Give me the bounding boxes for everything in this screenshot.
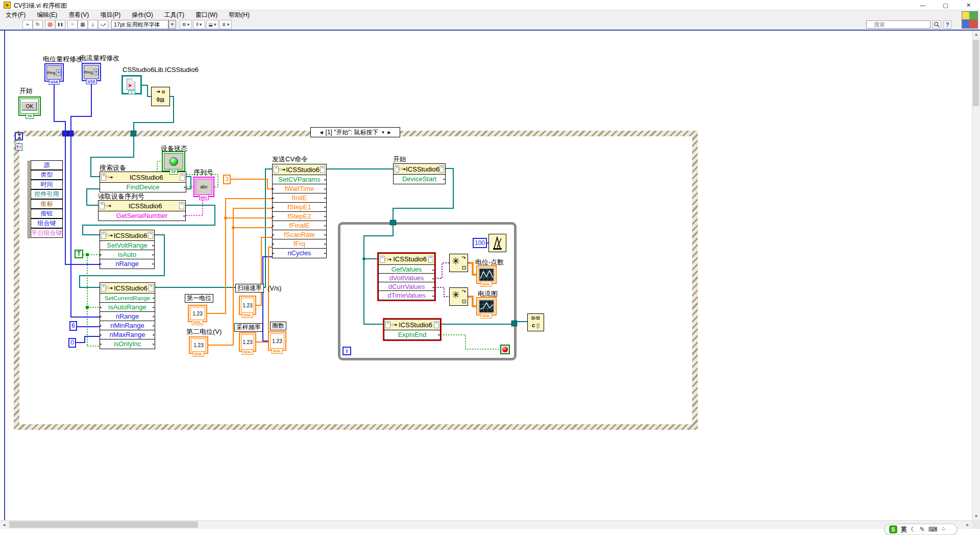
vertical-scroll-thumb[interactable] bbox=[973, 40, 979, 106]
event-data-button[interactable]: 按钮 bbox=[31, 209, 63, 218]
volt-range-ring-control[interactable]: Ring▼ U16 bbox=[44, 63, 64, 82]
horizontal-scroll-thumb[interactable] bbox=[9, 521, 198, 528]
numeric-value: 1.23 bbox=[272, 338, 282, 344]
min-range-constant[interactable]: 6 bbox=[69, 321, 77, 331]
method-get-values[interactable]: GetValues bbox=[379, 264, 434, 274]
param-n-cycles[interactable]: nCycles bbox=[273, 248, 326, 258]
refnum-icon: ?! bbox=[320, 166, 325, 173]
param-d-time-values[interactable]: dTimeValues bbox=[379, 290, 434, 300]
close-reference-node[interactable]: ▨/▨ c ▯ bbox=[527, 313, 544, 331]
method-exp-is-end[interactable]: ExpIsEnd bbox=[384, 330, 440, 339]
event-selector-label[interactable]: ◀ [1] "开始": 鼠标按下 ▼ ▶ bbox=[310, 127, 400, 137]
param-is-only-inc[interactable]: isOnlyInc bbox=[100, 339, 155, 349]
event-data-coords[interactable]: 坐标 bbox=[31, 199, 63, 209]
cycles-numeric-terminal[interactable]: 1.23 SGL bbox=[268, 331, 286, 351]
param-d-curr-values[interactable]: dCurrValues bbox=[379, 282, 434, 291]
event-next-icon[interactable]: ▶ bbox=[387, 130, 390, 135]
event-data-node-handle[interactable] bbox=[28, 161, 30, 238]
param-is-auto[interactable]: isAuto bbox=[100, 250, 154, 259]
invoke-node-set-current-range[interactable]: ?!∷➜ICSStudio6?! SetCurrentRange isAutoR… bbox=[100, 282, 155, 349]
ime-lang-toggle[interactable]: 英 bbox=[901, 525, 907, 533]
ime-toolbox-icon[interactable]: ⁘ bbox=[941, 525, 946, 533]
volt-range-label: 电位量程修改 bbox=[43, 55, 83, 64]
loop-iteration-terminal[interactable]: i bbox=[342, 347, 351, 355]
sample-freq-numeric-terminal[interactable]: 1.23 SGL bbox=[239, 332, 256, 352]
dotnet-class-constant[interactable]: ➤ ▤ bbox=[121, 75, 142, 94]
ime-pen-icon[interactable]: ✎ bbox=[920, 525, 925, 533]
event-dropdown-icon[interactable]: ▼ bbox=[381, 130, 385, 135]
node-class-title: ICSStudio6 bbox=[406, 165, 439, 173]
dotnet-array-conversion-node[interactable]: ✳ ⊡ ↷ bbox=[449, 254, 468, 272]
start-boolean-terminal[interactable]: OK TF bbox=[18, 96, 41, 116]
wait-time-constant[interactable]: 3 bbox=[223, 175, 231, 184]
param-is-auto-range[interactable]: isAutoRange bbox=[100, 302, 155, 312]
event-data-ctlref[interactable]: 控件引用 bbox=[31, 189, 63, 199]
curr-range-ring-control[interactable]: Ring▼ U16 bbox=[82, 63, 101, 81]
constructor-node[interactable]: ➜ ⧈ 0▨ bbox=[151, 87, 170, 106]
method-set-cv-params[interactable]: SetCVParams bbox=[273, 175, 326, 184]
scan-rate-numeric-terminal[interactable]: 1.23 SGL bbox=[239, 296, 256, 315]
invoke-node-get-serial[interactable]: ?!∷➜ICSStudio6?! GetSerialNumber bbox=[98, 200, 186, 221]
invoke-node-get-values[interactable]: ?!∷➜ICSStudio6?! GetValues dVoltValues d… bbox=[378, 253, 435, 300]
invoke-arrow-icon: ∷➜ bbox=[106, 285, 113, 290]
loop-delay-constant[interactable]: 100 bbox=[473, 238, 487, 248]
ime-width-toggle-icon[interactable]: ☾ bbox=[911, 525, 916, 533]
param-f-scan-rate[interactable]: fScanRate bbox=[273, 230, 326, 239]
invoke-node-set-volt-range[interactable]: ?!∷➜ICSStudio6?! SetVoltRange isAuto nRa… bbox=[100, 230, 155, 269]
param-n-min-range[interactable]: nMinRange bbox=[100, 321, 155, 330]
ring-dropdown-icon[interactable]: ▼ bbox=[56, 69, 61, 76]
param-f-init-e[interactable]: fInitE bbox=[273, 193, 326, 203]
scroll-left-icon[interactable]: ◄ bbox=[2, 523, 6, 527]
event-timeout-icon bbox=[15, 132, 23, 140]
param-f-final-e[interactable]: fFinalE bbox=[273, 221, 326, 230]
event-data-source[interactable]: 源 bbox=[31, 160, 63, 170]
ring-text: Ring bbox=[47, 70, 55, 75]
method-set-volt-range[interactable]: SetVoltRange bbox=[100, 240, 154, 250]
ring-dropdown-icon[interactable]: ▼ bbox=[93, 69, 99, 75]
param-f-step-e2[interactable]: fStepE2 bbox=[273, 211, 326, 221]
numeric-value: 1.23 bbox=[192, 311, 202, 317]
event-data-mods[interactable]: 组合键 bbox=[31, 218, 63, 228]
invoke-node-set-cv-params[interactable]: ?!∷➜ICSStudio6?! SetCVParams fWaitTime f… bbox=[272, 164, 327, 258]
param-f-frq[interactable]: fFrq bbox=[273, 239, 326, 249]
param-n-range[interactable]: nRange bbox=[100, 311, 155, 321]
param-f-step-e1[interactable]: fStepE1 bbox=[273, 202, 326, 212]
device-start-label: 开始 bbox=[393, 155, 406, 164]
invoke-node-device-start[interactable]: ?!∷➜ICSStudio6?! DeviceStart bbox=[393, 163, 446, 184]
ime-toolbar[interactable]: S 英 ☾ ✎ ⌨ ⁘ bbox=[885, 524, 957, 535]
ime-keyboard-icon[interactable]: ⌨ bbox=[928, 525, 937, 533]
serial-string-terminal[interactable]: abc abc bbox=[193, 177, 214, 197]
second-e-numeric-terminal[interactable]: 1.23 SGL bbox=[189, 336, 208, 354]
invoke-node-exp-is-end[interactable]: ?!∷➜ICSStudio6?! ExpIsEnd bbox=[384, 319, 440, 340]
param-d-volt-values[interactable]: dVoltValues bbox=[379, 273, 434, 282]
dotnet-array-conversion-node[interactable]: ✳ ⊡ ↷ bbox=[449, 287, 468, 306]
event-data-platmods[interactable]: 平台组合键 bbox=[31, 228, 63, 238]
loop-condition-terminal[interactable] bbox=[500, 345, 510, 354]
invoke-arrow-icon: ∷➜ bbox=[105, 203, 111, 208]
method-device-start[interactable]: DeviceStart bbox=[394, 174, 445, 184]
event-data-type[interactable]: 类型 bbox=[31, 170, 63, 180]
event-prev-icon[interactable]: ◀ bbox=[320, 130, 323, 135]
node-class-title: ICSStudio6 bbox=[113, 232, 148, 239]
device-status-led[interactable]: TF bbox=[162, 151, 185, 172]
param-n-range[interactable]: nRange bbox=[100, 259, 154, 269]
first-e-numeric-terminal[interactable]: 1.23 SGL bbox=[188, 305, 207, 322]
volt-graph-terminal[interactable]: SGL bbox=[476, 265, 497, 284]
max-range-constant[interactable]: 0 bbox=[68, 338, 76, 348]
invoke-node-find-device[interactable]: ?!∷➜ICSStudio6?! FindDevice bbox=[100, 172, 186, 192]
method-set-current-range[interactable]: SetCurrentRange bbox=[100, 293, 155, 303]
event-data-time[interactable]: 时间 bbox=[31, 180, 63, 189]
scroll-right-icon[interactable]: ► bbox=[966, 523, 970, 527]
method-find-device[interactable]: FindDevice bbox=[100, 182, 186, 192]
method-get-serial-number[interactable]: GetSerialNumber bbox=[99, 211, 185, 221]
invoke-arrow-icon: ∷➜ bbox=[279, 167, 285, 172]
param-f-wait-time[interactable]: fWaitTime bbox=[273, 184, 326, 193]
wait-ms-node[interactable] bbox=[488, 234, 506, 252]
param-n-max-range[interactable]: nMaxRange bbox=[100, 330, 155, 339]
close-glyph: c ▯ bbox=[528, 322, 544, 329]
scroll-up-icon[interactable]: ▲ bbox=[972, 32, 980, 37]
sogou-logo-icon[interactable]: S bbox=[889, 525, 897, 533]
scroll-down-icon[interactable]: ▼ bbox=[972, 514, 980, 519]
curr-graph-terminal[interactable]: SGL bbox=[476, 297, 497, 315]
true-constant[interactable]: T bbox=[75, 250, 83, 258]
